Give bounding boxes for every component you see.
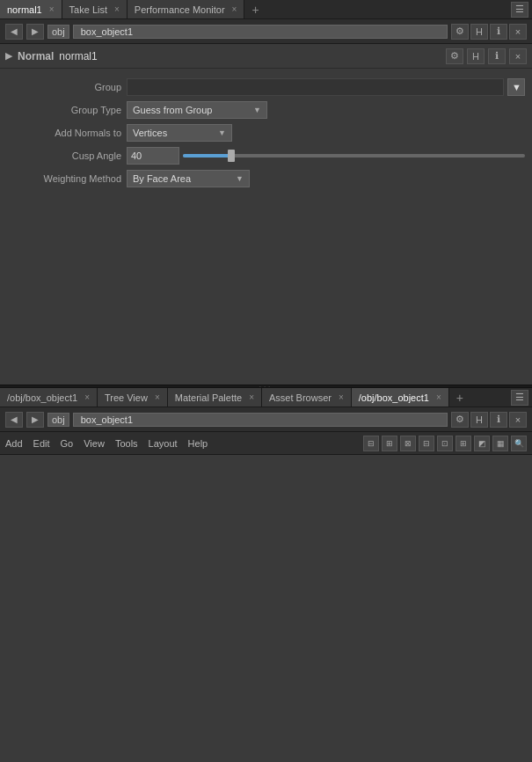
close-icon[interactable]: × [155, 392, 160, 402]
panel-menu-icon[interactable]: ☰ [511, 2, 528, 18]
add-tab-button[interactable]: + [244, 3, 266, 17]
back-button-bottom[interactable]: ◀ [5, 412, 23, 428]
top-tab-bar: normal1 × Take List × Performance Monito… [0, 0, 532, 19]
breadcrumb-bar-top: ◀ ▶ obj box_object1 ⚙ H ℹ × [0, 19, 532, 44]
cusp-angle-row: Cusp Angle 40 [0, 144, 532, 167]
top-panel: ◀ ▶ obj box_object1 ⚙ H ℹ × ▶ Normal nor… [0, 19, 532, 385]
cusp-angle-input[interactable]: 40 [127, 147, 179, 165]
back-button[interactable]: ◀ [5, 24, 23, 40]
close-icon[interactable]: × [339, 392, 344, 402]
breadcrumb-path[interactable]: box_object1 [73, 25, 448, 39]
properties-panel: Group ▼ Group Type Guess from Group ▼ [0, 69, 532, 385]
group-value: ▼ [127, 78, 525, 96]
menu-layout[interactable]: Layout [149, 438, 178, 449]
tab-asset-browser[interactable]: Asset Browser × [262, 388, 352, 407]
menu-go[interactable]: Go [61, 438, 74, 449]
normal-type-icon: ▶ [5, 50, 12, 62]
cusp-angle-label: Cusp Angle [7, 150, 121, 161]
add-normals-row: Add Normals to Vertices ▼ [0, 121, 532, 144]
header-help-icon[interactable]: H [467, 48, 485, 64]
group-text-input[interactable] [128, 82, 503, 92]
normal-name: normal1 [59, 50, 441, 62]
menu-view[interactable]: View [84, 438, 105, 449]
slider-thumb[interactable] [228, 150, 235, 162]
settings-icon[interactable]: ⚙ [451, 24, 469, 40]
close-icon[interactable]: × [232, 4, 237, 14]
forward-button[interactable]: ▶ [26, 24, 44, 40]
bottom-tab-bar: /obj/box_object1 × Tree View × Material … [0, 388, 532, 407]
group-type-label: Group Type [7, 105, 121, 115]
tab-performance-monitor[interactable]: Performance Monitor × [128, 0, 245, 18]
frame-icon[interactable]: ⊡ [437, 436, 453, 451]
group-type-value: Guess from Group ▼ [127, 101, 525, 119]
tab-material-palette[interactable]: Material Palette × [168, 388, 262, 407]
group-type-row: Group Type Guess from Group ▼ [0, 99, 532, 121]
header-actions: ⚙ H ℹ × [446, 48, 527, 64]
breadcrumb-path-bottom[interactable]: box_object1 [73, 413, 448, 427]
dropdown-arrow-icon: ▼ [512, 82, 521, 92]
cusp-angle-slider[interactable] [183, 154, 525, 158]
layout-icon-4[interactable]: ⊟ [419, 436, 434, 451]
add-normals-dropdown[interactable]: Vertices ▼ [127, 124, 232, 142]
group-row: Group ▼ [0, 76, 532, 99]
layout-icon-3[interactable]: ⊠ [400, 436, 416, 451]
normal-header: ▶ Normal normal1 ⚙ H ℹ × [0, 44, 532, 69]
info-icon[interactable]: ℹ [490, 24, 507, 40]
layout-icon-1[interactable]: ⊟ [363, 436, 379, 451]
dropdown-arrow-icon: ▼ [218, 128, 226, 137]
close-icon[interactable]: × [84, 392, 90, 402]
help-icon-bottom[interactable]: H [470, 412, 488, 428]
menu-edit[interactable]: Edit [33, 438, 50, 449]
breadcrumb-obj-icon-bottom: obj [47, 413, 69, 427]
add-normals-label: Add Normals to [7, 128, 121, 138]
settings-icon-bottom[interactable]: ⚙ [451, 412, 469, 428]
tab-normal1[interactable]: normal1 × [0, 0, 62, 18]
bottom-panel: ◀ ▶ obj box_object1 ⚙ H ℹ × Add Edit Go … [0, 407, 532, 455]
add-normals-value: Vertices ▼ [127, 124, 525, 142]
layout-icon-2[interactable]: ⊞ [382, 436, 397, 451]
group-dropdown-btn[interactable]: ▼ [507, 78, 525, 96]
tab-obj-box1[interactable]: /obj/box_object1 × [0, 388, 98, 407]
close-icon[interactable]: × [114, 4, 120, 14]
display-icon-3[interactable]: ▦ [492, 436, 508, 451]
breadcrumb-actions-bottom: ⚙ H ℹ × [451, 412, 527, 428]
menu-add[interactable]: Add [5, 438, 23, 449]
search-icon[interactable]: 🔍 [511, 436, 527, 451]
panel-menu-icon-bottom[interactable]: ☰ [511, 390, 528, 406]
header-close-icon[interactable]: × [509, 48, 527, 64]
dropdown-arrow-icon: ▼ [253, 106, 261, 114]
weighting-method-value: By Face Area ▼ [127, 170, 525, 187]
close-icon[interactable]: × [49, 4, 55, 14]
weighting-method-dropdown[interactable]: By Face Area ▼ [127, 170, 250, 187]
close-icon[interactable]: × [509, 24, 527, 40]
tab-take-list[interactable]: Take List × [62, 0, 128, 18]
help-icon[interactable]: H [470, 24, 488, 40]
group-type-dropdown[interactable]: Guess from Group ▼ [127, 101, 267, 119]
tab-tree-view[interactable]: Tree View × [98, 388, 168, 407]
weighting-method-label: Weighting Method [7, 173, 121, 184]
dropdown-arrow-icon: ▼ [236, 174, 244, 183]
close-icon-bottom[interactable]: × [509, 412, 527, 428]
tab-obj-box-active[interactable]: /obj/box_object1 × [352, 388, 449, 407]
header-info-icon[interactable]: ℹ [488, 48, 506, 64]
menu-help[interactable]: Help [188, 438, 208, 449]
menu-tools[interactable]: Tools [115, 438, 138, 449]
add-tab-button-bottom[interactable]: + [449, 391, 470, 405]
toolbar-menu: Add Edit Go View Tools Layout Help [5, 438, 208, 449]
normal-type-label: Normal [18, 50, 54, 62]
forward-button-bottom[interactable]: ▶ [26, 412, 44, 428]
close-icon[interactable]: × [436, 392, 441, 402]
group-input[interactable] [127, 78, 504, 96]
cusp-angle-value: 40 [127, 147, 525, 165]
breadcrumb-actions: ⚙ H ℹ × [451, 24, 527, 40]
breadcrumb-bar-bottom: ◀ ▶ obj box_object1 ⚙ H ℹ × [0, 407, 532, 432]
close-icon[interactable]: × [249, 392, 254, 402]
weighting-method-row: Weighting Method By Face Area ▼ [0, 167, 532, 190]
display-icon[interactable]: ⊞ [455, 436, 471, 451]
display-icon-2[interactable]: ◩ [474, 436, 490, 451]
header-settings-icon[interactable]: ⚙ [446, 48, 463, 64]
group-label: Group [7, 82, 121, 92]
slider-fill [183, 154, 234, 158]
breadcrumb-obj-icon: obj [47, 25, 69, 39]
info-icon-bottom[interactable]: ℹ [490, 412, 507, 428]
